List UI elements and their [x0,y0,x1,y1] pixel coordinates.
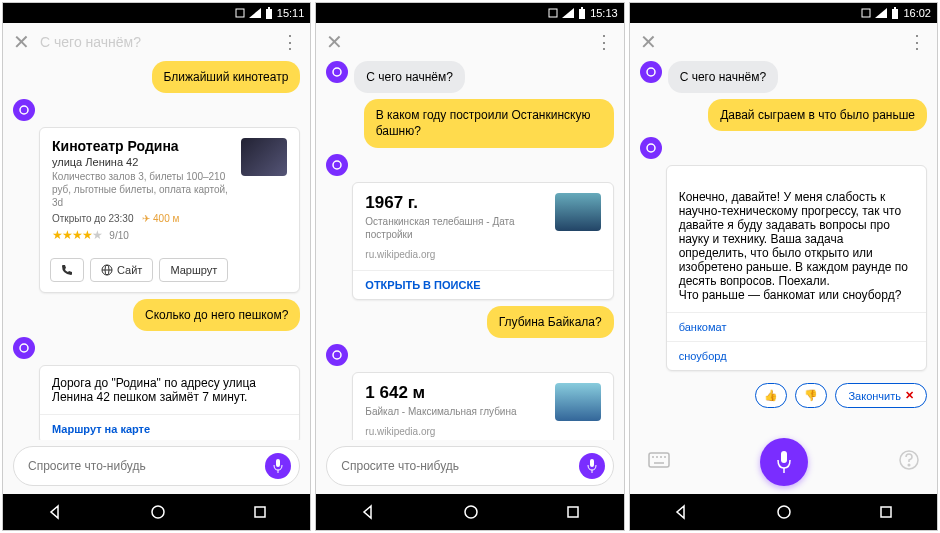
mic-button[interactable] [265,453,291,479]
assistant-text: Дорога до "Родина" по адресу улица Ленин… [52,376,256,404]
user-bubble[interactable]: Сколько до него пешком? [133,299,300,331]
no-sim-icon [548,8,558,18]
svg-point-36 [908,464,910,466]
signal-icon [562,8,574,18]
recent-icon[interactable] [566,505,580,519]
mic-button[interactable] [579,453,605,479]
svg-point-26 [647,144,655,152]
call-button[interactable] [50,258,84,282]
query-input[interactable] [28,459,265,473]
fact-value: 1967 г. [365,193,546,213]
keyboard-icon[interactable] [648,452,670,472]
mic-icon [272,459,284,473]
assistant-row [13,99,300,121]
chat-content: Ближайший кинотеатр Кинотеатр Родина ули… [3,61,310,440]
svg-rect-14 [581,7,583,9]
status-bar: 15:13 [316,3,623,23]
place-thumbnail [241,138,287,176]
end-game-pill[interactable]: Закончить ✕ [835,383,927,408]
close-icon[interactable]: ✕ [326,30,343,54]
battery-icon [891,7,899,19]
svg-rect-2 [268,7,270,9]
battery-icon [578,7,586,19]
back-icon[interactable] [47,504,63,520]
svg-rect-27 [649,453,669,467]
fact-source: ru.wikipedia.org [365,249,546,260]
thumbs-up-pill[interactable]: 👍 [755,383,787,408]
option-snowboard[interactable]: сноуборд [667,341,926,370]
user-bubble[interactable]: Ближайший кинотеатр [152,61,301,93]
user-bubble[interactable]: Глубина Байкала? [487,306,614,338]
home-icon[interactable] [463,504,479,520]
user-message: В каком году построили Останкинскую башн… [326,99,613,147]
alice-avatar [640,137,662,159]
assistant-bubble: С чего начнём? [354,61,465,93]
clock: 16:02 [903,7,931,19]
assistant-row [326,344,613,366]
more-icon[interactable]: ⋮ [281,31,300,53]
game-card: Конечно, давайте! У меня слабость к науч… [666,165,927,371]
app-bar: ✕ ⋮ [316,23,623,61]
phone-screen-2: 15:13 ✕ ⋮ С чего начнём? В каком году по… [315,2,624,531]
fact-card[interactable]: 1 642 м Байкал - Максимальная глубина ru… [352,372,613,440]
svg-rect-24 [894,7,896,9]
mic-button-large[interactable] [760,438,808,486]
fact-card[interactable]: 1967 г. Останкинская телебашня - Дата по… [352,182,613,300]
map-route-link[interactable]: Маршрут на карте [40,414,299,440]
svg-rect-33 [781,451,787,463]
svg-rect-0 [236,9,244,17]
place-card[interactable]: Кинотеатр Родина улица Ленина 42 Количес… [39,127,300,293]
voice-footer [630,432,937,494]
assistant-row [13,337,300,359]
home-icon[interactable] [150,504,166,520]
close-icon[interactable]: ✕ [640,30,657,54]
text-input-bar[interactable] [326,446,613,486]
open-in-search-link[interactable]: ОТКРЫТЬ В ПОИСКЕ [353,270,612,299]
fact-sub: Байкал - Максимальная глубина [365,405,516,418]
clock: 15:13 [590,7,618,19]
fact-sub: Останкинская телебашня - Дата постройки [365,215,546,241]
svg-rect-38 [881,507,891,517]
place-address: улица Ленина 42 [52,156,233,168]
back-icon[interactable] [673,504,689,520]
recent-icon[interactable] [253,505,267,519]
svg-rect-1 [266,9,272,19]
thumbs-down-pill[interactable]: 👎 [795,383,827,408]
alice-avatar [13,99,35,121]
open-hours: Открыто до 23:30 ✈ 400 м [52,213,287,224]
text-input-bar[interactable] [13,446,300,486]
svg-rect-22 [862,9,870,17]
site-button[interactable]: Сайт [90,258,153,282]
more-icon[interactable]: ⋮ [908,31,927,53]
query-input[interactable] [341,459,578,473]
option-atm[interactable]: банкомат [667,312,926,341]
back-icon[interactable] [360,504,376,520]
android-navbar [3,494,310,530]
phone-screen-3: 16:02 ✕ ⋮ С чего начнём? Давай сыграем в… [629,2,938,531]
signal-icon [875,8,887,18]
user-bubble[interactable]: Давай сыграем в что было раньше [708,99,927,131]
place-desc: Количество залов 3, билеты 100–210 руб, … [52,170,233,209]
user-bubble[interactable]: В каком году построили Останкинскую башн… [364,99,614,147]
fact-thumbnail [555,383,601,421]
svg-point-15 [333,68,341,76]
assistant-row: С чего начнём? [640,61,927,93]
android-navbar [316,494,623,530]
signal-icon [249,8,261,18]
help-icon[interactable] [899,450,919,474]
svg-rect-23 [892,9,898,19]
assistant-row [640,137,927,159]
svg-rect-11 [255,507,265,517]
more-icon[interactable]: ⋮ [595,31,614,53]
svg-point-25 [647,68,655,76]
close-icon[interactable]: ✕ [13,30,30,54]
home-icon[interactable] [776,504,792,520]
svg-point-20 [465,506,477,518]
card-actions: Сайт Маршрут [40,252,299,292]
svg-point-10 [152,506,164,518]
route-button[interactable]: Маршрут [159,258,228,282]
recent-icon[interactable] [879,505,893,519]
svg-rect-18 [590,459,594,467]
fact-value: 1 642 м [365,383,516,403]
no-sim-icon [235,8,245,18]
